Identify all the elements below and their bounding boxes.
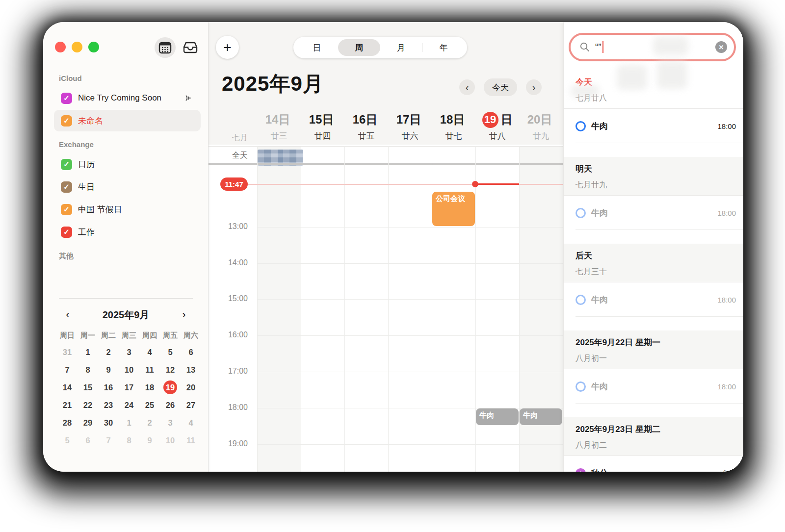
mini-day-cell[interactable]: 7 [98,431,119,449]
result-row[interactable]: ★ 牛肉 18:00 [564,369,743,404]
day-number: 15日 [309,112,334,127]
clear-search-button[interactable]: ✕ [715,41,727,53]
mini-day-cell[interactable]: 4 [181,414,201,431]
search-input[interactable]: “” ✕ [569,33,736,61]
mini-next-button[interactable]: › [179,308,189,321]
mini-day-cell[interactable]: 5 [57,431,78,449]
event-type-icon[interactable]: ★ [576,208,586,218]
result-row[interactable]: ★ 牛肉 18:00 [564,196,743,230]
day-header[interactable]: 15日 廿四 [301,110,344,143]
mini-day-cell[interactable]: 6 [181,343,201,361]
day-header[interactable]: 18日 廿七 [432,110,475,143]
calendar-list-item[interactable]: ✓ 中国 节假日 [54,199,201,220]
event-type-icon[interactable]: ★ [576,468,586,472]
mini-day-cell[interactable]: 3 [119,343,139,361]
mini-day-cell[interactable]: 9 [139,431,160,449]
mini-day-cell[interactable]: 9 [98,361,119,379]
mini-day-cell[interactable]: 12 [160,361,181,379]
calendar-checkbox[interactable]: ✓ [61,227,72,238]
mini-day-cell[interactable]: 7 [57,361,78,379]
calendar-checkbox[interactable]: ✓ [61,93,72,104]
mini-day-cell[interactable]: 2 [98,343,119,361]
calendar-group-header: 其他 [43,244,208,265]
traffic-light-button[interactable] [55,42,66,52]
day-header[interactable]: 20日 廿九 [519,110,563,143]
traffic-light-button[interactable] [88,42,99,52]
mini-day-cell[interactable]: 27 [181,396,201,414]
mini-day-cell[interactable]: 19 [160,379,181,396]
calendar-list-item[interactable]: ✓ Nice Try Coming Soon [54,87,201,109]
mini-day-cell[interactable]: 10 [119,361,139,379]
mini-day-cell[interactable]: 1 [119,414,139,431]
mini-day-cell[interactable]: 18 [139,379,160,396]
mini-day-cell[interactable]: 24 [119,396,139,414]
calendar-list-item[interactable]: ✓ 工作 [54,221,201,243]
event-type-icon[interactable]: ★ [576,381,586,392]
day-header[interactable]: 19 日 廿八 [475,110,519,143]
calendar-list-item[interactable]: ✓ 日历 [54,153,201,175]
calendar-list-item[interactable]: ✓ 生日 [54,176,201,198]
result-row[interactable]: ★ 秋分 全天 [564,456,743,472]
mini-day-cell[interactable]: 6 [78,431,98,449]
mini-day-cell[interactable]: 31 [57,343,78,361]
mini-day-cell[interactable]: 16 [98,379,119,396]
view-tab-4[interactable]: 年 [422,39,465,56]
mini-day-cell[interactable]: 14 [57,379,78,396]
mini-day-cell[interactable]: 4 [139,343,160,361]
calendar-checkbox[interactable]: ✓ [61,204,72,215]
day-header[interactable]: 17日 廿六 [388,110,432,143]
day-header[interactable]: 14日 廿三 [257,110,301,143]
mini-day-cell[interactable]: 1 [78,343,98,361]
mini-day-cell[interactable]: 30 [98,414,119,431]
mini-day-cell[interactable]: 23 [98,396,119,414]
search-results-panel: “” ✕ 今天 七月廿八 ★ 牛肉 18:00 [563,22,743,472]
mini-day-cell[interactable]: 13 [181,361,201,379]
mini-day-cell[interactable]: 11 [139,361,160,379]
mini-prev-button[interactable]: ‹ [63,308,73,321]
view-tab-3[interactable]: 月 [380,39,422,56]
mini-day-cell[interactable]: 28 [57,414,78,431]
mini-day-cell[interactable]: 3 [160,414,181,431]
calendar-event[interactable]: 牛肉 [476,408,519,425]
mini-day-cell[interactable]: 25 [139,396,160,414]
mini-day-cell[interactable]: 22 [78,396,98,414]
calendar-view-button[interactable] [155,37,176,58]
day-number: 19 [482,112,498,128]
mini-day-cell[interactable]: 17 [119,379,139,396]
calendar-event[interactable]: 牛肉 [520,408,562,425]
mini-day-cell[interactable]: 26 [160,396,181,414]
mini-day-cell[interactable]: 2 [139,414,160,431]
view-tab-2[interactable]: 周 [338,39,380,56]
event-type-icon[interactable]: ★ [576,121,586,131]
section-lunar-label: 七月三十 [576,266,736,277]
day-header[interactable]: 16日 廿五 [344,110,388,143]
mini-day-cell[interactable]: 5 [160,343,181,361]
mini-day-cell[interactable]: 21 [57,396,78,414]
inbox-view-button[interactable] [180,37,201,58]
calendar-checkbox[interactable]: ✓ [61,115,72,127]
view-tab-1[interactable]: 日 [296,39,338,56]
close-icon: ✕ [719,44,724,51]
mini-day-cell[interactable]: 15 [78,379,98,396]
mini-day-cell[interactable]: 8 [78,361,98,379]
result-row[interactable]: ★ 牛肉 18:00 [564,109,743,143]
mini-day-cell[interactable]: 20 [181,379,201,396]
result-section: 2025年9月22日 星期一 八月初一 ★ 牛肉 18:00 [564,330,743,404]
traffic-light-button[interactable] [72,42,82,52]
mini-day-cell[interactable]: 29 [78,414,98,431]
next-week-button[interactable]: › [526,79,542,95]
window-controls [55,42,99,52]
grid-vline [388,146,389,472]
today-button[interactable]: 今天 [484,78,517,96]
prev-week-button[interactable]: ‹ [459,79,475,95]
calendar-checkbox[interactable]: ✓ [61,181,72,193]
event-type-icon[interactable]: ★ [576,295,586,305]
calendar-checkbox[interactable]: ✓ [61,159,72,170]
mini-day-cell[interactable]: 8 [119,431,139,449]
mini-day-cell[interactable]: 11 [181,431,201,449]
calendar-event[interactable]: 公司会议 [432,192,475,227]
calendar-list-item[interactable]: ✓ 未命名 [54,110,201,131]
mini-day-cell[interactable]: 10 [160,431,181,449]
result-row[interactable]: ★ 牛肉 18:00 [564,282,743,317]
add-event-button[interactable]: + [216,36,239,59]
